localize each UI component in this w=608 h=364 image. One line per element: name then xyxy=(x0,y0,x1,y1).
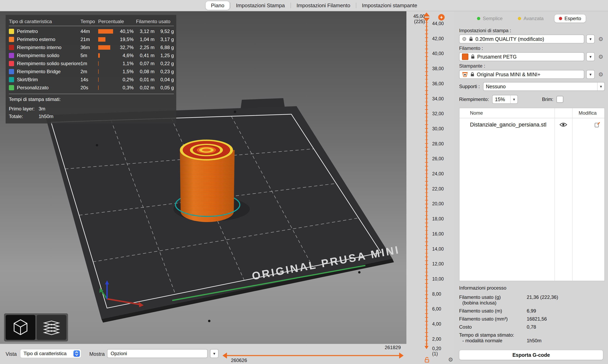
layer-tick-label: 28,00 xyxy=(432,141,444,147)
layer-slider-track[interactable] xyxy=(426,18,427,347)
filament-label: Filamento : xyxy=(459,45,605,51)
vista-value: Tipo di caratteristica xyxy=(24,351,66,356)
tab-impostazioni-stampante[interactable]: Impostazioni stampante xyxy=(357,1,423,10)
stepper-icon xyxy=(73,350,80,357)
top-tab-bar: PianoImpostazioni StampaImpostazioni Fil… xyxy=(0,0,608,11)
mostra-label: Mostra xyxy=(89,351,105,357)
prusaslicer-window: PianoImpostazioni StampaImpostazioni Fil… xyxy=(0,0,608,364)
layer-tick-label: 38,00 xyxy=(432,66,444,71)
filament-color-swatch xyxy=(462,53,468,60)
infill-value: 15% xyxy=(495,97,505,102)
layer-tick-label: 24,00 xyxy=(432,171,444,177)
vista-select[interactable]: Tipo di caratteristica xyxy=(20,349,81,358)
estimate-row: Totale:1h50m xyxy=(9,113,174,120)
printer-icon xyxy=(462,72,468,77)
infill-select[interactable]: 15% ▾ xyxy=(492,95,518,104)
printer-dropdown-button[interactable]: ▾ xyxy=(586,70,595,79)
bottom-bar: Vista Tipo di caratteristica Mostra Opzi… xyxy=(0,344,406,364)
table-column-divider xyxy=(572,108,573,281)
layer-tick-label: 14,00 xyxy=(432,246,444,252)
lock-icon xyxy=(471,54,475,59)
supports-select[interactable]: Nessuno ▾ xyxy=(483,82,605,91)
filament-select[interactable]: Prusament PETG xyxy=(459,52,584,61)
legend-col-type: Tipo di caratteristica xyxy=(9,19,80,24)
mostra-dropdown-button[interactable]: ▾ xyxy=(210,349,219,358)
object-row[interactable]: Distanziale_gancio_persiana.stl xyxy=(460,118,604,131)
slider-max-label: 261829 xyxy=(385,345,401,350)
process-info-row: Filamento usato (g)(bobina inclusa) 21,3… xyxy=(459,294,603,306)
view-layers-button[interactable] xyxy=(37,315,66,340)
export-gcode-button[interactable]: Esporta G-code xyxy=(459,350,603,360)
brim-checkbox[interactable] xyxy=(556,96,563,103)
object-name: Distanziale_gancio_persiana.stl xyxy=(460,122,555,128)
process-info-row: Filamento usato (mm³) 16821,56 xyxy=(459,316,603,322)
printer-select[interactable]: Original Prusa MINI & MINI+ xyxy=(459,70,584,79)
print-profile-icon: ⚙ xyxy=(462,36,467,42)
mode-esperto[interactable]: Esperto xyxy=(555,14,586,23)
viewport-3d[interactable]: ORIGINAL PRUSA MINI xyxy=(0,11,406,344)
layers-icon xyxy=(43,319,60,336)
unlock-icon[interactable] xyxy=(424,357,430,363)
edit-object-icon[interactable] xyxy=(594,122,600,128)
tab-separator xyxy=(291,3,291,8)
mode-avanzata[interactable]: Avanzata xyxy=(514,14,548,23)
right-sidebar: SempliceAvanzataEsperto Impostazioni di … xyxy=(454,11,608,364)
layer-tick-label: 6,00 xyxy=(432,306,444,312)
slider-right-handle[interactable] xyxy=(399,352,404,359)
process-info-row: Costo 0,78 xyxy=(459,324,603,330)
printer-value: Original Prusa MINI & MINI+ xyxy=(477,72,540,78)
slider-min-label: 260626 xyxy=(231,358,247,363)
print-settings-select[interactable]: ⚙ 0.20mm QUALITY (modificato) xyxy=(459,35,584,43)
printer-label: Stampante : xyxy=(459,63,605,69)
legend-row: Skirt/Brim 14s 0,2% 0,01 m 0,04 g xyxy=(9,76,174,84)
mode-switcher: SempliceAvanzataEsperto xyxy=(459,14,599,23)
legend-row: Perimetro esterno 21m 19,5% 1,04 m 3,17 … xyxy=(9,35,174,43)
mostra-select[interactable]: Opzioni xyxy=(107,349,208,358)
tab-piano[interactable]: Piano xyxy=(206,1,230,10)
chevron-down-icon: ▾ xyxy=(597,82,602,91)
layer-tick-label: 8,00 xyxy=(432,291,444,297)
layer-slider-handle[interactable] xyxy=(423,13,430,22)
tab-impostazioni-stampa[interactable]: Impostazioni Stampa xyxy=(231,1,290,10)
legend-col-time: Tempo xyxy=(80,19,98,24)
slider-settings-gear-icon[interactable]: ⚙ xyxy=(448,356,453,363)
legend-row: Riempimento solido superiore 1m 1,1% 0,0… xyxy=(9,60,174,67)
print-settings-gear-icon[interactable]: ⚙ xyxy=(597,36,605,42)
layer-tick-label: 30,00 xyxy=(432,126,444,131)
process-info-row: Tempo di stampa stimato:- modalità norma… xyxy=(459,332,603,343)
tab-impostazioni-filamento[interactable]: Impostazioni Filamento xyxy=(291,1,356,10)
layer-tick-labels: 44,0042,0040,0038,0036,0034,0032,0030,00… xyxy=(432,21,444,342)
layer-slider-column: 45,00 (225) + 44,0042,0040,0038,0036,003… xyxy=(406,11,454,364)
layer-tick-label: 4,00 xyxy=(432,321,444,327)
print-settings-value: 0.20mm QUALITY (modificato) xyxy=(476,36,544,42)
supports-label: Supporti : xyxy=(459,84,480,89)
mode-semplice[interactable]: Semplice xyxy=(473,14,507,23)
cube-icon xyxy=(13,319,28,336)
layer-tick-label: 36,00 xyxy=(432,81,444,87)
col-nome: Nome xyxy=(460,110,555,116)
col-modifica: Modifica xyxy=(572,110,604,116)
visibility-eye-icon[interactable] xyxy=(559,122,567,127)
legend-row: Riempimento Bridge 2m 1,5% 0,08 m 0,23 g xyxy=(9,67,174,76)
legend-panel: Tipo di caratteristica Tempo Percentuale… xyxy=(6,15,176,123)
gcode-range-slider[interactable]: 261829 260626 xyxy=(222,344,404,364)
layer-bottom-label: 0,20 (1) xyxy=(432,346,441,356)
legend-row: Perimetro 44m 40,1% 3,12 m 9,52 g xyxy=(9,27,174,35)
layer-tick-label: 12,00 xyxy=(432,261,444,267)
add-color-change-button[interactable]: + xyxy=(438,14,445,21)
legend-col-filament: Filamento usato xyxy=(136,19,176,24)
layer-slider-lower-handle[interactable] xyxy=(424,346,429,349)
slider-left-handle[interactable] xyxy=(223,352,227,359)
chevron-down-icon: ▾ xyxy=(510,95,515,103)
print-settings-label: Impostazioni di stampa : xyxy=(459,28,605,33)
model-object[interactable] xyxy=(175,140,240,222)
tab-separator xyxy=(356,3,356,8)
infill-label: Riempimento: xyxy=(459,97,489,102)
filament-dropdown-button[interactable]: ▾ xyxy=(586,52,595,61)
layer-tick-label: 32,00 xyxy=(432,111,444,117)
view-3d-button[interactable] xyxy=(6,315,35,340)
filament-gear-icon[interactable]: ⚙ xyxy=(597,53,605,60)
filament-value: Prusament PETG xyxy=(477,54,517,60)
printer-gear-icon[interactable]: ⚙ xyxy=(597,71,605,78)
print-settings-dropdown-button[interactable]: ▾ xyxy=(586,35,595,43)
